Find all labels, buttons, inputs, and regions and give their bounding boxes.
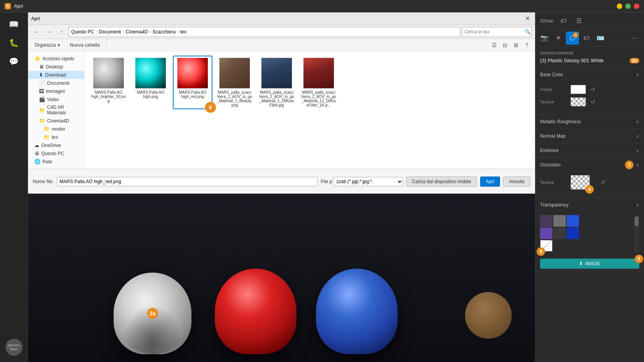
camera-icon-btn[interactable]: 📷 bbox=[538, 31, 551, 45]
toolbar-separator bbox=[106, 41, 107, 49]
file-item[interactable]: MARS_palla_scacchiera_2_AOV_lo_go_Materi… bbox=[257, 56, 296, 109]
download-icon: ⬇ bbox=[39, 72, 43, 78]
tree-desktop[interactable]: 🖥 Desktop bbox=[28, 63, 84, 71]
tag-icon-btn[interactable]: 🏷 bbox=[580, 31, 593, 45]
back-btn[interactable]: ← bbox=[31, 26, 42, 37]
desktop-label: Desktop bbox=[46, 64, 63, 70]
file-item[interactable]: MARS_palla_scacchiera_2_AOV_lo_go_Materi… bbox=[299, 56, 338, 109]
left-sidebar: 📖 🐛 💬 Demo's Team bbox=[0, 12, 28, 362]
color-cell-blue-bright[interactable] bbox=[567, 215, 579, 227]
breadcrumb[interactable]: Questo PC › Documenti › Cinema4D › Scacc… bbox=[68, 27, 460, 37]
view-icons: ☰ ⊟ ⊞ ? bbox=[489, 40, 532, 50]
color-scrollbar[interactable] bbox=[634, 215, 639, 252]
tree-c4d[interactable]: 📁 C4D AR Materials bbox=[28, 103, 84, 117]
cube-icon-btn[interactable]: ⬡ 1 bbox=[566, 31, 579, 45]
filename-input[interactable] bbox=[57, 177, 318, 186]
file-item-selected[interactable]: MARS Palla AO high_red.png 6 bbox=[173, 56, 212, 109]
cancel-btn[interactable]: Annulla bbox=[503, 177, 530, 187]
color-cell-blue-darker[interactable] bbox=[567, 227, 579, 239]
factor-reset[interactable]: ↺ bbox=[589, 86, 597, 93]
color-cell-purple-dark[interactable] bbox=[540, 215, 553, 227]
occlusion-title: Occlusion bbox=[540, 162, 625, 168]
texture-reset[interactable]: ↺ bbox=[589, 98, 597, 106]
metallic-roughness-header[interactable]: Metallic Roughness ∨ bbox=[535, 115, 644, 129]
transparency-header[interactable]: Transparency ∨ bbox=[535, 198, 644, 212]
up-btn[interactable]: ↑ bbox=[56, 26, 67, 37]
image-btn[interactable]: ⬆ IMAGE bbox=[540, 259, 639, 269]
right-panel: Show: 🏷 ☰ 📷 ☀ ⬡ 1 🏷 🪪 ⋯ Selected Materia… bbox=[535, 12, 644, 362]
tree-download[interactable]: ⬇ Download bbox=[28, 71, 84, 79]
book-icon[interactable]: 📖 bbox=[5, 16, 23, 33]
badge-2b: 2b bbox=[630, 58, 639, 63]
open-btn[interactable]: Apri bbox=[480, 177, 500, 187]
image-btn-label: IMAGE bbox=[585, 261, 600, 266]
more-icon-btn[interactable]: ⋯ bbox=[628, 31, 642, 45]
rete-label: Rete bbox=[42, 159, 52, 164]
card-icon-btn[interactable]: 🪪 bbox=[594, 31, 607, 45]
tree-tex[interactable]: 📁 tex bbox=[28, 133, 84, 141]
chat-icon[interactable]: 💬 bbox=[5, 53, 23, 70]
view-grid-btn[interactable]: ⊞ bbox=[511, 40, 521, 50]
color-cell-purple-light[interactable] bbox=[540, 227, 553, 239]
file-item[interactable]: MARS Palla AO high.png bbox=[131, 56, 170, 109]
forward-btn[interactable]: → bbox=[44, 26, 54, 37]
dialog-title: Apri bbox=[31, 16, 523, 21]
base-color-header[interactable]: Base Color ∧ bbox=[535, 68, 644, 82]
tree-questo-pc[interactable]: 🖥 Questo PC bbox=[28, 149, 84, 157]
sun-icon-btn[interactable]: ☀ bbox=[552, 31, 565, 45]
tree-rete[interactable]: 🌐 Rete bbox=[28, 157, 84, 166]
tree-cinema4d[interactable]: 📁 Cinema4D bbox=[28, 117, 84, 125]
texture-swatch[interactable] bbox=[570, 97, 586, 107]
tree-immagini[interactable]: 🖼 Immagini bbox=[28, 87, 84, 95]
metallic-roughness-title: Metallic Roughness bbox=[540, 119, 636, 124]
transparency-title: Transparency bbox=[540, 202, 636, 208]
color-cell-white-diag[interactable]: 8 bbox=[540, 240, 553, 252]
show-tag-icon[interactable]: 🏷 bbox=[557, 15, 570, 27]
filename-label: Nome file: bbox=[33, 179, 54, 184]
bc-cinema4d: Cinema4D bbox=[126, 29, 148, 35]
dialog-titlebar: Apri ✕ bbox=[28, 12, 535, 25]
view-list-btn[interactable]: ☰ bbox=[489, 40, 499, 50]
accesso-rapido-label: Accesso rapido bbox=[42, 56, 74, 61]
tree-documenti[interactable]: 📄 Documenti bbox=[28, 79, 84, 87]
occlusion-texture-reset[interactable]: ↺ bbox=[599, 178, 607, 186]
nuova-cartella-btn[interactable]: Nuova cartella bbox=[67, 40, 104, 50]
tree-onedrive[interactable]: ☁ OneDrive bbox=[28, 141, 84, 149]
upload-btn[interactable]: Carica dal dispositivo mobile bbox=[406, 177, 477, 187]
questo-pc-icon: 🖥 bbox=[34, 150, 39, 156]
avatar[interactable]: Demo's Team bbox=[5, 339, 23, 356]
file-item[interactable]: MARS Palla AO high_brighter_50.png bbox=[89, 56, 128, 109]
close-btn[interactable] bbox=[634, 3, 639, 9]
bg-object bbox=[465, 292, 512, 339]
filetype-select[interactable]: zzati (*.pjp;*.jpg;*. bbox=[333, 177, 403, 186]
file-thumb bbox=[177, 58, 208, 89]
color-cell-gray-med[interactable] bbox=[553, 215, 566, 227]
normal-map-header[interactable]: Normal Map ∨ bbox=[535, 129, 644, 143]
tree-accesso-rapido[interactable]: ⭐ Accesso rapido bbox=[28, 54, 84, 63]
organizza-btn[interactable]: Organizza ▾ bbox=[31, 40, 63, 50]
color-cell-gray-dark[interactable] bbox=[553, 227, 566, 239]
occlusion-header[interactable]: Occlusion 3 ∧ bbox=[535, 158, 644, 172]
section-base-color: Base Color ∧ Factor ↺ Texture ↺ bbox=[535, 68, 644, 115]
rete-icon: 🌐 bbox=[34, 159, 40, 164]
search-input[interactable] bbox=[465, 29, 523, 35]
immagini-icon: 🖼 bbox=[39, 88, 44, 94]
maximize-btn[interactable] bbox=[625, 3, 631, 9]
bc-thispc: Questo PC bbox=[71, 29, 94, 35]
bug-icon[interactable]: 🐛 bbox=[5, 34, 23, 51]
selected-material-label: Selected Material bbox=[540, 51, 639, 55]
dialog-close-btn[interactable]: ✕ bbox=[523, 14, 532, 23]
emissive-header[interactable]: Emissive ∨ bbox=[535, 143, 644, 157]
badge-5: 5 bbox=[635, 255, 643, 263]
file-item[interactable]: MARS_palla_scacchiera_2_AOV_lo_go_Materi… bbox=[215, 56, 254, 109]
badge-8: 8 bbox=[537, 247, 545, 256]
minimize-btn[interactable] bbox=[617, 3, 622, 9]
color-picker-area: 8 bbox=[540, 215, 639, 252]
help-btn[interactable]: ? bbox=[522, 40, 532, 50]
tree-video[interactable]: 🎬 Video bbox=[28, 95, 84, 103]
tree-render[interactable]: 📁 render bbox=[28, 125, 84, 133]
view-details-btn[interactable]: ⊟ bbox=[500, 40, 510, 50]
show-list-icon[interactable]: ☰ bbox=[573, 15, 585, 27]
factor-swatch[interactable] bbox=[570, 85, 586, 94]
color-grid: 8 bbox=[540, 215, 632, 252]
